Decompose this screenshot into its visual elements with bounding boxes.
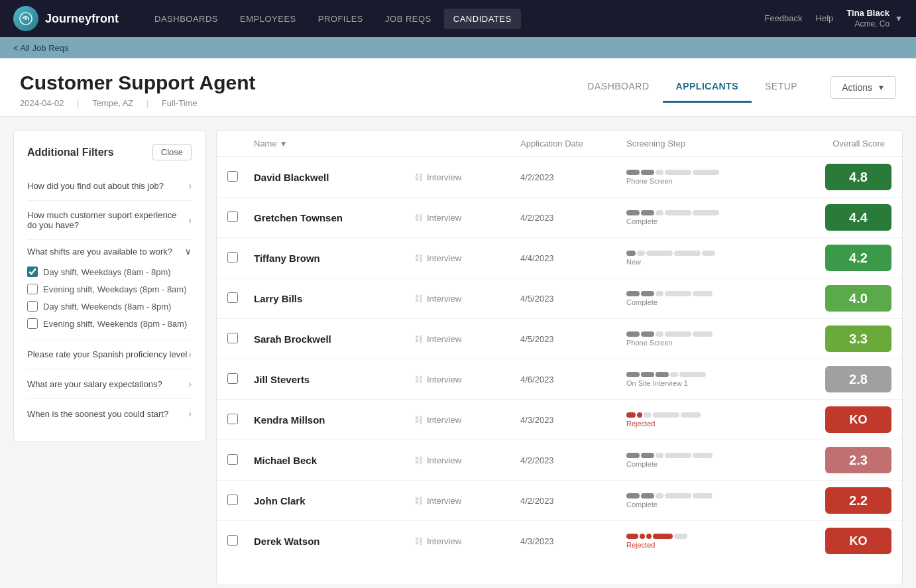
filter-how-found[interactable]: How did you find out about this job? ›	[27, 171, 192, 201]
candidate-name[interactable]: Jill Steverts	[254, 374, 414, 385]
score-badge: 4.0	[825, 285, 891, 312]
nav-profiles[interactable]: PROFILES	[309, 9, 372, 29]
candidate-name[interactable]: Kendra Millson	[254, 414, 414, 426]
tab-dashboard[interactable]: DASHBOARD	[574, 72, 662, 103]
table-row: Jill Steverts ⛓ Interview 4/6/2023 On Si…	[217, 359, 902, 400]
chevron-right-icon: ›	[188, 349, 192, 359]
row-checkbox[interactable]	[227, 535, 254, 548]
screening-step: Complete	[626, 453, 792, 468]
row-checkbox[interactable]	[227, 211, 254, 224]
help-link[interactable]: Help	[816, 13, 834, 23]
row-checkbox[interactable]	[227, 495, 254, 507]
link-icon: ⛓	[414, 375, 423, 384]
nav-employees[interactable]: EMPLOYEES	[231, 9, 306, 29]
interview-link[interactable]: ⛓ Interview	[414, 496, 520, 506]
interview-link[interactable]: ⛓ Interview	[414, 334, 520, 344]
candidate-name[interactable]: Tiffany Brown	[254, 253, 414, 264]
filter-start-date[interactable]: When is the soonest you could start? ›	[27, 399, 192, 428]
shift-2-checkbox[interactable]	[27, 284, 38, 294]
svg-point-1	[25, 17, 27, 20]
application-date: 4/2/2023	[520, 172, 626, 182]
nav-candidates[interactable]: CANDIDATES	[444, 9, 521, 29]
link-icon: ⛓	[414, 334, 423, 344]
row-checkbox[interactable]	[227, 414, 254, 426]
nav-right: Feedback Help Tina Black Acme, Co ▼	[764, 8, 903, 29]
chevron-down-icon: ▼	[895, 14, 903, 23]
job-location: Tempe, AZ	[92, 98, 133, 108]
filter-shift-2[interactable]: Evening shift, Weekdays (8pm - 8am)	[27, 280, 192, 298]
filter-shift-3[interactable]: Day shift, Weekends (8am - 8pm)	[27, 298, 192, 315]
link-icon: ⛓	[414, 415, 423, 425]
close-filters-button[interactable]: Close	[152, 144, 192, 160]
tab-applicants[interactable]: APPLICANTS	[663, 72, 752, 103]
candidate-name[interactable]: Larry Bills	[254, 293, 414, 304]
tab-setup[interactable]: SETUP	[752, 72, 811, 103]
screening-step: Complete	[626, 493, 792, 508]
table-row: Gretchen Townsen ⛓ Interview 4/2/2023 Co…	[217, 198, 902, 238]
row-checkbox[interactable]	[227, 333, 254, 345]
top-nav: Journeyfront DASHBOARDS EMPLOYEES PROFIL…	[0, 0, 916, 37]
link-icon: ⛓	[414, 536, 423, 546]
filter-shifts: What shifts are you available to work? ∨…	[27, 240, 192, 339]
candidate-name[interactable]: Derek Watson	[254, 536, 414, 547]
nav-dashboards[interactable]: DASHBOARDS	[145, 9, 227, 29]
header-name-col[interactable]: Name ▼	[254, 139, 414, 148]
user-menu[interactable]: Tina Black Acme, Co ▼	[846, 8, 903, 29]
interview-link[interactable]: ⛓ Interview	[414, 294, 520, 304]
nav-links: DASHBOARDS EMPLOYEES PROFILES JOB REQS C…	[145, 9, 744, 29]
nav-jobreqs[interactable]: JOB REQS	[376, 9, 441, 29]
chevron-down-icon: ∨	[185, 247, 192, 257]
filter-shift-1[interactable]: Day shift, Weekdays (8am - 8pm)	[27, 263, 192, 280]
shift-4-checkbox[interactable]	[27, 318, 38, 329]
score-badge: 2.8	[825, 366, 891, 392]
interview-link[interactable]: ⛓ Interview	[414, 375, 520, 384]
actions-button[interactable]: Actions ▼	[830, 76, 896, 99]
application-date: 4/2/2023	[520, 455, 626, 465]
score-badge: 2.2	[825, 487, 891, 514]
interview-link[interactable]: ⛓ Interview	[414, 455, 520, 465]
filter-salary[interactable]: What are your salary expectations? ›	[27, 369, 192, 399]
interview-link[interactable]: ⛓ Interview	[414, 253, 520, 263]
logo-icon	[13, 6, 38, 31]
interview-link[interactable]: ⛓ Interview	[414, 536, 520, 546]
filters-title: Additional Filters Close	[27, 144, 192, 160]
interview-link[interactable]: ⛓ Interview	[414, 172, 520, 182]
link-icon: ⛓	[414, 294, 423, 304]
shift-3-checkbox[interactable]	[27, 301, 38, 312]
header-screening-col: Screening Step	[626, 139, 792, 148]
row-checkbox[interactable]	[227, 454, 254, 467]
score-badge: 4.2	[825, 245, 891, 271]
candidates-table: Name ▼ Application Date Screening Step O…	[216, 130, 903, 585]
row-checkbox[interactable]	[227, 252, 254, 265]
filter-shift-4[interactable]: Evening shift, Weekends (8pm - 8am)	[27, 315, 192, 332]
sort-arrow-icon: ▼	[280, 139, 288, 148]
chevron-right-icon: ›	[188, 379, 192, 389]
score-badge: 2.3	[825, 447, 891, 473]
screening-step: Rejected	[626, 534, 792, 549]
table-row: Tiffany Brown ⛓ Interview 4/4/2023 New 4…	[217, 238, 902, 278]
table-row: David Blackwell ⛓ Interview 4/2/2023 Pho…	[217, 157, 902, 198]
breadcrumb[interactable]: All Job Reqs	[13, 43, 68, 53]
application-date: 4/4/2023	[520, 253, 626, 263]
application-date: 4/2/2023	[520, 496, 626, 506]
candidate-name[interactable]: Sarah Brockwell	[254, 333, 414, 345]
interview-link[interactable]: ⛓ Interview	[414, 415, 520, 425]
candidate-name[interactable]: John Clark	[254, 495, 414, 506]
filter-shifts-label[interactable]: What shifts are you available to work? ∨	[27, 247, 192, 257]
candidate-name[interactable]: David Blackwell	[254, 172, 414, 183]
breadcrumb-bar: All Job Reqs	[0, 37, 916, 58]
filter-experience[interactable]: How much customer suport experience do y…	[27, 201, 192, 240]
row-checkbox[interactable]	[227, 171, 254, 184]
link-icon: ⛓	[414, 496, 423, 506]
shift-1-checkbox[interactable]	[27, 266, 38, 277]
logo[interactable]: Journeyfront	[13, 6, 119, 31]
candidate-name[interactable]: Gretchen Townsen	[254, 212, 414, 223]
feedback-link[interactable]: Feedback	[764, 13, 802, 23]
page-header-top: Customer Support Agent 2024-04-02 | Temp…	[20, 72, 896, 108]
interview-link[interactable]: ⛓ Interview	[414, 213, 520, 223]
candidate-name[interactable]: Michael Beck	[254, 455, 414, 466]
row-checkbox[interactable]	[227, 292, 254, 305]
row-checkbox[interactable]	[227, 373, 254, 386]
filter-spanish[interactable]: Please rate your Spanish proficiency lev…	[27, 339, 192, 369]
link-icon: ⛓	[414, 455, 423, 465]
